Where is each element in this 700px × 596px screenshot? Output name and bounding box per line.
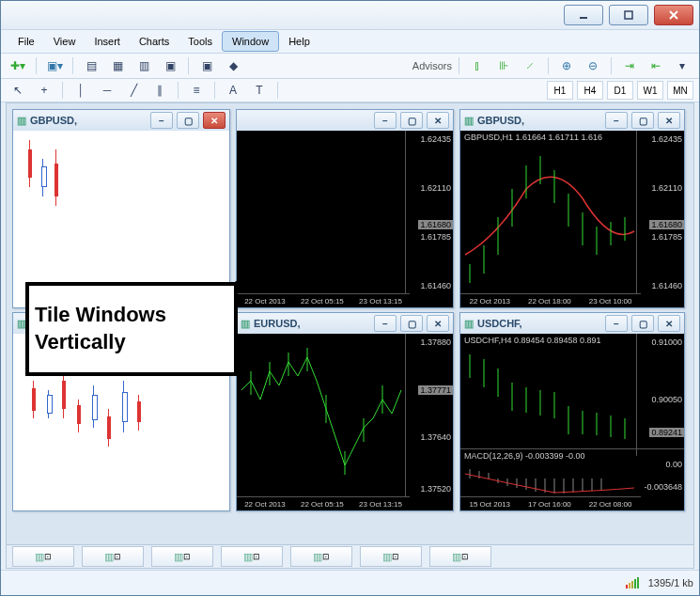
child-maximize[interactable]: ▢ (400, 315, 423, 332)
menu-charts[interactable]: Charts (130, 32, 179, 51)
chart-canvas[interactable]: GBPUSD,H1 1.61664 1.61711 1.616 1.62435 … (460, 131, 684, 307)
menu-window[interactable]: Window (222, 31, 279, 52)
tf-w1[interactable]: W1 (637, 81, 663, 100)
macd-y0: 0.00 (665, 460, 682, 469)
child-maximize[interactable]: ▢ (631, 315, 654, 332)
zoom-in-icon[interactable]: ⊕ (555, 55, 578, 76)
fibo-icon[interactable]: ≡ (185, 80, 208, 101)
chart-tab[interactable]: ▥ ⊡ (12, 546, 74, 567)
macd-y1: -0.003648 (644, 482, 682, 492)
trendline-icon[interactable]: ╱ (122, 80, 145, 101)
profiles-icon[interactable]: ▣▾ (43, 55, 66, 76)
child-minimize[interactable]: − (605, 315, 628, 332)
y-axis: 1.37880 1.37640 1.37520 (405, 334, 453, 497)
annotation-callout: Tile Windows Vertically (25, 282, 238, 376)
chart-canvas[interactable] (13, 131, 229, 307)
cursor-icon[interactable]: ↖ (7, 80, 29, 101)
menu-file[interactable]: File (8, 32, 44, 51)
chart-usdchf-h4[interactable]: ▥ USDCHF, − ▢ ✕ USDCHF,H4 0.89454 0.8945… (459, 312, 685, 511)
meta-icon[interactable]: ◆ (222, 55, 244, 76)
menubar: File View Insert Charts Tools Window Hel… (1, 30, 699, 54)
tab-icon: ▥ (104, 551, 114, 563)
chart-titlebar[interactable]: ▥ GBPUSD, − ▢ ✕ (460, 110, 684, 132)
chart-titlebar[interactable]: ▥ GBPUSD, − ▢ ✕ (13, 110, 229, 132)
chart-tab[interactable]: ▥ ⊡ (221, 546, 283, 567)
chart-title-text: EURUSD, (254, 318, 301, 329)
new-chart-icon[interactable]: ✚▾ (7, 55, 29, 76)
chart-info: GBPUSD,H1 1.61664 1.61711 1.616 (464, 133, 602, 142)
zoom-out-icon[interactable]: ⊖ (582, 55, 604, 76)
connection-status: 1395/1 kb (648, 577, 693, 588)
chart-candles-icon[interactable]: ⊪ (492, 55, 515, 76)
text-label-icon[interactable]: T (248, 80, 271, 101)
chart-title-text: GBPUSD, (477, 115, 524, 126)
chart-line-icon[interactable]: ⟋ (519, 55, 541, 76)
child-minimize[interactable]: − (605, 112, 628, 129)
chart-icon: ▥ (17, 115, 26, 127)
child-maximize[interactable]: ▢ (631, 112, 654, 129)
chart-gbpusd-h1-black[interactable]: ▥ GBPUSD, − ▢ ✕ GBPUSD,H1 1.61664 1.6171… (459, 109, 685, 308)
svg-rect-1 (625, 11, 632, 19)
menu-help[interactable]: Help (279, 32, 319, 51)
chart-titlebar[interactable]: ▥ USDCHF, − ▢ ✕ (460, 313, 684, 335)
child-minimize[interactable]: − (150, 112, 173, 129)
child-minimize[interactable]: − (374, 315, 397, 332)
chart-tab[interactable]: ▥ ⊡ (360, 546, 422, 567)
connection-signal-icon (626, 577, 639, 588)
chart-canvas[interactable]: 1.37880 1.37640 1.37520 1.37771 22 Oct 2… (237, 334, 453, 510)
tab-icon: ▥ (35, 551, 44, 563)
vline-icon[interactable]: │ (70, 80, 92, 101)
statusbar: 1395/1 kb (1, 570, 699, 595)
chart-title-text: GBPUSD, (30, 115, 77, 126)
app-window: File View Insert Charts Tools Window Hel… (0, 0, 700, 596)
child-close[interactable]: ✕ (658, 315, 680, 332)
toolbar-main: ✚▾ ▣▾ ▤ ▦ ▥ ▣ ▣ ◆ Advisors ⫿ ⊪ ⟋ ⊕ ⊖ ⇥ ⇤… (1, 54, 699, 79)
chart-info: USDCHF,H4 0.89454 0.89458 0.891 (464, 336, 601, 345)
child-close[interactable]: ✕ (203, 112, 226, 129)
tf-h4[interactable]: H4 (577, 81, 603, 100)
market-watch-icon[interactable]: ▤ (80, 55, 102, 76)
child-close[interactable]: ✕ (658, 112, 680, 129)
tf-mn[interactable]: MN (667, 81, 693, 100)
chart-tab[interactable]: ▥ ⊡ (290, 546, 352, 567)
crosshair-icon[interactable]: + (33, 80, 55, 101)
chart-titlebar[interactable]: ▥ EURUSD, − ▢ ✕ (237, 313, 453, 335)
chart-gbpusd-h1-white[interactable]: ▥ GBPUSD, − ▢ ✕ (12, 109, 230, 308)
child-maximize[interactable]: ▢ (400, 112, 423, 129)
child-minimize[interactable]: − (374, 112, 397, 129)
tf-d1[interactable]: D1 (607, 81, 633, 100)
auto-scroll-icon[interactable]: ⇥ (618, 55, 641, 76)
y-axis: 1.62435 1.62110 1.61785 1.61460 (405, 131, 453, 294)
terminal-icon[interactable]: ▥ (132, 55, 155, 76)
menu-tools[interactable]: Tools (179, 32, 222, 51)
tab-icon: ▥ (452, 551, 461, 563)
tf-h1[interactable]: H1 (547, 81, 573, 100)
menu-view[interactable]: View (44, 32, 86, 51)
child-maximize[interactable]: ▢ (177, 112, 199, 129)
tester-icon[interactable]: ▣ (159, 55, 181, 76)
chart-titlebar[interactable]: − ▢ ✕ (237, 110, 453, 132)
tab-icon: ▥ (174, 551, 183, 563)
child-close[interactable]: ✕ (427, 315, 449, 332)
child-close[interactable]: ✕ (427, 112, 449, 129)
minimize-button[interactable] (564, 5, 603, 25)
new-order-icon[interactable]: ▣ (195, 55, 218, 76)
chart-shift-icon[interactable]: ⇤ (645, 55, 667, 76)
menu-insert[interactable]: Insert (85, 32, 130, 51)
chart-tab[interactable]: ▥ ⊡ (429, 546, 491, 567)
text-icon[interactable]: A (222, 80, 244, 101)
maximize-button[interactable] (609, 5, 648, 25)
chart-canvas[interactable]: USDCHF,H4 0.89454 0.89458 0.891 0.91000 … (460, 334, 684, 510)
hline-icon[interactable]: ─ (96, 80, 118, 101)
chart-tab[interactable]: ▥ ⊡ (151, 546, 213, 567)
chart-bars-icon[interactable]: ⫿ (466, 55, 489, 76)
price-tag: 1.61680 (649, 220, 684, 229)
navigator-icon[interactable]: ▦ (106, 55, 129, 76)
close-button[interactable] (654, 5, 693, 25)
chart-tab[interactable]: ▥ ⊡ (82, 546, 144, 567)
y-axis: 0.91000 0.90050 (636, 334, 684, 456)
indicators-icon[interactable]: ▾ (671, 55, 693, 76)
channel-icon[interactable]: ∥ (148, 80, 171, 101)
chart-eurusd-h1-bottom[interactable]: ▥ EURUSD, − ▢ ✕ (236, 312, 454, 511)
price-tag: 1.61680 (418, 220, 453, 229)
